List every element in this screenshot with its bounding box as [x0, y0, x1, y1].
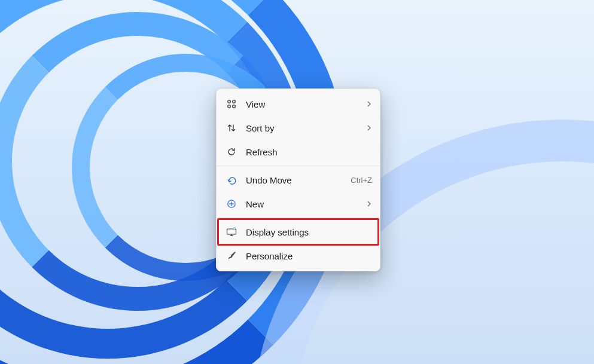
undo-icon	[226, 174, 237, 186]
display-icon	[226, 226, 237, 238]
refresh-icon	[226, 146, 237, 158]
menu-item-refresh[interactable]: Refresh	[220, 140, 377, 164]
menu-item-new[interactable]: New	[220, 192, 377, 216]
svg-point-1	[233, 100, 236, 103]
menu-item-shortcut: Ctrl+Z	[351, 176, 372, 185]
menu-item-label: Sort by	[246, 123, 366, 133]
chevron-right-icon	[366, 201, 372, 207]
menu-item-undo-move[interactable]: Undo Move Ctrl+Z	[220, 168, 377, 192]
grid-icon	[226, 98, 237, 110]
chevron-right-icon	[366, 101, 372, 107]
new-icon	[226, 198, 237, 210]
menu-item-display-settings[interactable]: Display settings	[220, 220, 377, 244]
menu-item-view[interactable]: View	[220, 92, 377, 116]
menu-item-label: Personalize	[246, 251, 372, 261]
menu-item-label: Undo Move	[246, 175, 351, 185]
menu-separator	[217, 166, 380, 166]
menu-item-personalize[interactable]: Personalize	[220, 244, 377, 268]
chevron-right-icon	[366, 125, 372, 131]
brush-icon	[226, 250, 237, 262]
svg-point-3	[233, 105, 236, 108]
menu-item-label: Refresh	[246, 147, 372, 157]
svg-point-0	[228, 100, 231, 103]
sort-icon	[226, 122, 237, 134]
menu-item-sort-by[interactable]: Sort by	[220, 116, 377, 140]
menu-separator	[217, 218, 380, 218]
menu-item-label: Display settings	[246, 227, 372, 237]
svg-point-2	[228, 105, 231, 108]
desktop-context-menu: View Sort by Refresh	[216, 88, 380, 271]
menu-item-label: View	[246, 99, 366, 109]
menu-item-label: New	[246, 199, 366, 209]
